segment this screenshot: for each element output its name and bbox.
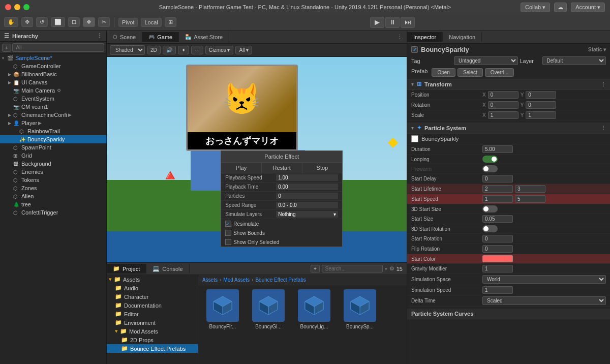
start-lifetime-min-input[interactable] bbox=[482, 185, 513, 193]
account-button[interactable]: Account ▾ bbox=[571, 3, 605, 12]
tree-item-confettitrigger[interactable]: ⬡ ConfettiTrigger bbox=[0, 208, 106, 217]
simulate-layers-value[interactable]: Nothing ▾ bbox=[276, 211, 338, 218]
show-bounds-checkbox[interactable] bbox=[225, 230, 231, 236]
rotation-y-input[interactable] bbox=[526, 101, 556, 109]
hierarchy-search[interactable] bbox=[12, 43, 104, 52]
simulation-space-dropdown[interactable]: World bbox=[482, 275, 606, 284]
tree-item-samplescene[interactable]: ▾ 🎬 SampleScene* bbox=[0, 54, 106, 62]
particle-restart-button[interactable]: Restart bbox=[262, 163, 302, 173]
scissors-tool[interactable]: ✂ bbox=[98, 17, 110, 27]
scale-y-input[interactable] bbox=[526, 111, 556, 119]
folder-documentation[interactable]: 📁 Documentation bbox=[107, 301, 198, 310]
tab-inspector[interactable]: Inspector bbox=[407, 32, 443, 42]
folder-environment[interactable]: 📁 Environment bbox=[107, 318, 198, 327]
hand-tool[interactable]: ✋ bbox=[4, 17, 18, 27]
tab-scene[interactable]: ⬡ Scene bbox=[107, 32, 142, 42]
maximize-button[interactable] bbox=[23, 4, 29, 10]
tree-item-eventsystem[interactable]: ⬡ EventSystem bbox=[0, 95, 106, 103]
transform-menu[interactable]: ⋮ bbox=[601, 81, 606, 87]
tree-item-maincamera[interactable]: 📷 Main Camera ⚙ bbox=[0, 86, 106, 95]
scale-x-input[interactable] bbox=[488, 111, 518, 119]
tab-navigation[interactable]: Navigation bbox=[443, 32, 482, 42]
move-tool[interactable]: ✥ bbox=[21, 17, 33, 27]
start-speed-max-input[interactable] bbox=[515, 195, 545, 203]
audio-button[interactable]: 🔊 bbox=[163, 46, 176, 54]
flip-rotation-input[interactable] bbox=[482, 245, 513, 253]
minimize-button[interactable] bbox=[14, 4, 20, 10]
start-size-3d-toggle[interactable] bbox=[482, 205, 498, 213]
tree-item-rainbowtrail[interactable]: ⬡ RainbowTrail bbox=[0, 127, 106, 135]
scene-extras-button[interactable]: ⋯ bbox=[191, 46, 203, 54]
start-color-swatch[interactable] bbox=[482, 255, 513, 262]
tab-assetstore[interactable]: 🏪 Asset Store bbox=[179, 32, 229, 42]
2d-button[interactable]: 2D bbox=[147, 46, 161, 54]
pivot-button[interactable]: Pivot bbox=[118, 18, 138, 27]
particle-system-component-header[interactable]: ▾ ✦ Particle System ⋮ bbox=[407, 123, 610, 134]
start-speed-min-input[interactable] bbox=[482, 195, 513, 203]
start-delay-input[interactable] bbox=[482, 175, 513, 183]
tree-item-cmvcam1[interactable]: 📷 CM vcam1 bbox=[0, 103, 106, 111]
fx-button[interactable]: ✦ bbox=[178, 46, 189, 54]
asset-item-4[interactable]: BouncySp... bbox=[340, 289, 380, 329]
tree-item-cinemachineconfi[interactable]: ▶ ⬡ CinemachineConfi ▶ bbox=[0, 111, 106, 119]
pause-button[interactable]: ⏸ bbox=[385, 17, 400, 28]
asset-item-3[interactable]: BouncyLig... bbox=[294, 289, 334, 329]
all-layers-button[interactable]: All ▾ bbox=[235, 46, 252, 54]
custom-tool[interactable]: ❖ bbox=[83, 17, 95, 27]
tree-item-tokens[interactable]: ⬡ Tokens bbox=[0, 176, 106, 184]
folder-2dprops[interactable]: 📁 2D Props bbox=[107, 336, 198, 344]
particle-stop-button[interactable]: Stop bbox=[302, 163, 343, 173]
gizmos-button[interactable]: Gizmos ▾ bbox=[205, 46, 234, 54]
particle-system-menu[interactable]: ⋮ bbox=[601, 125, 606, 131]
play-button[interactable]: ▶ bbox=[370, 17, 384, 28]
step-button[interactable]: ⏭ bbox=[401, 17, 415, 28]
folder-character[interactable]: 📁 Character bbox=[107, 292, 198, 301]
hierarchy-menu-button[interactable]: ⋮ bbox=[97, 33, 102, 39]
rotation-x-input[interactable] bbox=[488, 101, 518, 109]
tab-project[interactable]: 📁 Project bbox=[107, 264, 146, 274]
tab-console[interactable]: 💻 Console bbox=[146, 264, 189, 274]
tree-item-bouncysparkly[interactable]: ✨ BouncySparkly bbox=[0, 135, 106, 143]
close-button[interactable] bbox=[5, 4, 11, 10]
show-only-selected-checkbox[interactable] bbox=[225, 239, 231, 245]
tree-item-alien[interactable]: ⬡ Alien bbox=[0, 192, 106, 200]
folder-assets[interactable]: ▾ 📁 Assets bbox=[107, 275, 198, 284]
tree-item-billboardbasic[interactable]: ▶ 📦 BillboardBasic bbox=[0, 70, 106, 78]
bottom-filter-icon[interactable]: ⭑ bbox=[385, 265, 387, 272]
collab-button[interactable]: Collab ▾ bbox=[521, 3, 550, 12]
resimulate-checkbox[interactable] bbox=[225, 221, 231, 227]
prewarm-toggle[interactable] bbox=[482, 165, 498, 172]
start-size-input[interactable] bbox=[482, 215, 513, 223]
prefab-open-button[interactable]: Open bbox=[432, 68, 455, 77]
tree-item-background[interactable]: 🖼 Background bbox=[0, 160, 106, 168]
tree-item-zones[interactable]: ⬡ Zones bbox=[0, 184, 106, 192]
breadcrumb-bounceeffect[interactable]: Bounce Effect Prefabs bbox=[255, 277, 306, 283]
simulation-speed-input[interactable] bbox=[482, 286, 513, 294]
start-rotation-input[interactable] bbox=[482, 235, 513, 242]
asset-item-2[interactable]: BouncyGl... bbox=[248, 289, 289, 329]
position-x-input[interactable] bbox=[488, 91, 518, 99]
asset-item-1[interactable]: BouncyFir... bbox=[202, 289, 243, 329]
hierarchy-add-button[interactable]: + bbox=[2, 44, 11, 52]
prefab-select-button[interactable]: Select bbox=[458, 68, 483, 77]
breadcrumb-modassets[interactable]: Mod Assets bbox=[223, 277, 250, 283]
delta-time-dropdown[interactable]: Scaled bbox=[482, 296, 606, 305]
start-rotation-3d-toggle[interactable] bbox=[482, 225, 498, 232]
particle-play-button[interactable]: Play bbox=[221, 163, 262, 173]
shading-mode-select[interactable]: Shaded bbox=[110, 45, 145, 55]
grid-button[interactable]: ⊞ bbox=[165, 17, 176, 27]
local-button[interactable]: Local bbox=[141, 18, 161, 27]
gravity-modifier-input[interactable] bbox=[482, 265, 513, 272]
looping-toggle[interactable] bbox=[482, 156, 498, 163]
bottom-add-button[interactable]: + bbox=[311, 265, 320, 272]
gameobject-active-checkbox[interactable]: ✓ bbox=[411, 46, 418, 53]
tree-item-gamecontroller[interactable]: ⬡ GameController bbox=[0, 62, 106, 70]
tree-item-spawnpoint[interactable]: ⬡ SpawnPoint bbox=[0, 143, 106, 151]
tree-item-player[interactable]: ▶ 👤 Player ▶ bbox=[0, 119, 106, 127]
window-controls[interactable] bbox=[5, 4, 29, 10]
ps-curves-header[interactable]: Particle System Curves bbox=[407, 309, 610, 319]
rect-tool[interactable]: ⬜ bbox=[51, 17, 65, 27]
tree-item-tree[interactable]: 🌲 tree bbox=[0, 200, 106, 208]
layer-dropdown[interactable]: Default bbox=[542, 56, 606, 65]
tree-item-enemies[interactable]: ⬡ Enemies bbox=[0, 168, 106, 176]
